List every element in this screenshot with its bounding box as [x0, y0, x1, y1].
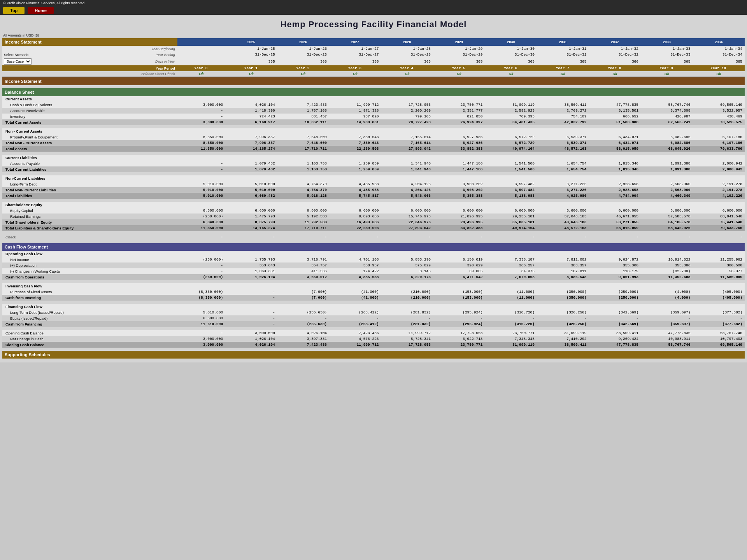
year-2030: 2030	[485, 38, 537, 46]
fixed-assets-row: Purchase of Fixed Assets (8,350.000) - (…	[2, 289, 745, 295]
year-2027: 2027	[329, 38, 381, 46]
top-button[interactable]: Top	[3, 7, 25, 14]
year-period-row: Year Period Year 0 Year 1 Year 2 Year 3 …	[2, 65, 745, 71]
nav-bar: Top Home	[0, 6, 747, 15]
year-ending-row: Select Scenario Year Ending 31-Dec-25 31…	[2, 52, 745, 58]
balance-check-row: Balance Sheet Check Ok Ok Ok Ok Ok Ok Ok…	[2, 71, 745, 77]
currency-note: All Amounts in USD ($)	[0, 33, 747, 38]
net-income-row: Net Income (260.000) 1,735.793 3,716.791…	[2, 257, 745, 262]
inventory-row: Inventory - 724.423 881.457 937.820 799.…	[2, 114, 745, 119]
cash-row: Cash & Cash Equivalents 3,000.000 4,026.…	[2, 102, 745, 108]
year-2031: 2031	[537, 38, 589, 46]
main-title: Hemp Processing Facility Financial Model	[0, 15, 747, 33]
investing-label-row: Invensing Cash Flow	[2, 283, 745, 289]
depreciation-row: (+) Depreciation - 353.643 354.757 358.9…	[2, 262, 745, 268]
net-change-row: Net Change in Cash 3,000.000 1,026.104 3…	[2, 336, 745, 342]
non-current-liabilities-label-row: Non-Current Liabilities	[2, 175, 745, 181]
total-assets-row: Total Assets 11,350.000 14,165.274 17,71…	[2, 146, 745, 152]
total-liabilities-row: Total Liabilities 5,010.000 6,089.482 5,…	[2, 193, 745, 199]
home-button[interactable]: Home	[28, 7, 54, 14]
financing-label-row: Financing Cash Flow	[2, 304, 745, 310]
year-2029: 2029	[433, 38, 485, 46]
year-2033: 2033	[641, 38, 693, 46]
year-2026: 2026	[277, 38, 329, 46]
income-section-header: Income Statement	[2, 77, 745, 85]
total-non-current-liabilities-row: Total Non- Current Liabilities 5,010.000…	[2, 187, 745, 193]
scenario-select[interactable]: Base Case	[4, 58, 32, 65]
total-current-assets-row: Total Current Assets 3,000.000 6,168.917…	[2, 119, 745, 125]
cash-operations-row: Cash from Operations (260.000) 1,026.104…	[2, 274, 745, 280]
operating-label-row: Operating Cash Flow	[2, 251, 745, 257]
total-non-current-row: Total Non - Current Assets 8,350.000 7,9…	[2, 140, 745, 146]
equity-issued-row: Equity (Issued/Repaid) 6,600.000 - - - -…	[2, 315, 745, 321]
scenario-label: Select Scenario	[4, 53, 28, 57]
fs-header-row: Income Statement 2025 2026 2027 2028 202…	[2, 38, 745, 46]
working-capital-row: (-) Changes in Working Capital - 1,063.3…	[2, 268, 745, 274]
year-beginning-row: Year Beginning 1-Jan-25 1-Jan-26 1-Jan-2…	[2, 46, 745, 52]
current-liabilities-label-row: Current Liabilities	[2, 155, 745, 161]
top-bar: © Profit Vision Financial Services, All …	[0, 0, 747, 6]
year-2025: 2025	[225, 38, 277, 46]
ar-row: Accounts Receivable - 1,418.390 1,757.16…	[2, 108, 745, 114]
days-row: Base Case Days in Year 365 365 365 366 3…	[2, 58, 745, 65]
cash-investing-row: Cash from Investing (8,350.000) - (7.000…	[2, 295, 745, 301]
total-equity-row: Total Shareholders' Equity 6,340.000 8,0…	[2, 219, 745, 225]
ppe-row: Property,Plant & Equipement 8,350.000 7,…	[2, 134, 745, 140]
financial-table: Income Statement 2025 2026 2027 2028 202…	[2, 38, 745, 359]
year-2032: 2032	[589, 38, 641, 46]
retained-earnings-row: Retained Earnings (260.000) 1,475.793 5,…	[2, 214, 745, 219]
logo-text: © Profit Vision Financial Services, All …	[3, 1, 86, 5]
non-current-assets-label-row: Non - Current Assets	[2, 128, 745, 134]
equity-label-row: Shareholders' Equity	[2, 202, 745, 208]
opening-cash-row: Opening Cash Balance - 3,000.000 4,026.1…	[2, 330, 745, 336]
supporting-header-row: Supporting Schedules	[2, 351, 745, 359]
year-2034: 2034	[693, 38, 745, 46]
cashflow-header-row: Cash Flow Statement	[2, 243, 745, 251]
ltd-issued-row: Long-Term Debt (Issued/Repaid) 5,010.000…	[2, 310, 745, 315]
year-2028: 2028	[381, 38, 433, 46]
equity-capital-row: Equity Capital 6,600.000 6,600.000 6,600…	[2, 208, 745, 214]
ltd-row: Long-Term Debt 5,010.000 5,010.000 4,754…	[2, 181, 745, 187]
total-current-liabilities-row: Total Current Liabilities - 1,079.482 1,…	[2, 166, 745, 172]
ap-row: Accounts Payable - 1,079.482 1,163.758 1…	[2, 161, 745, 166]
total-liabilities-equity-row: Total Liabilities & Shareholder's Equity…	[2, 225, 745, 231]
closing-cash-row: Closing Cash Balance 3,000.000 4,026.104…	[2, 342, 745, 348]
current-assets-label-row: Current Assets	[2, 96, 745, 102]
check-row: Check - - - - - - - - - - -	[2, 234, 745, 240]
fs-section-label: Income Statement	[2, 38, 177, 46]
cash-financing-row: Cash from Financing 11,610.000 - (255.63…	[2, 321, 745, 327]
balance-sheet-header: Balance Sheet	[2, 88, 745, 96]
